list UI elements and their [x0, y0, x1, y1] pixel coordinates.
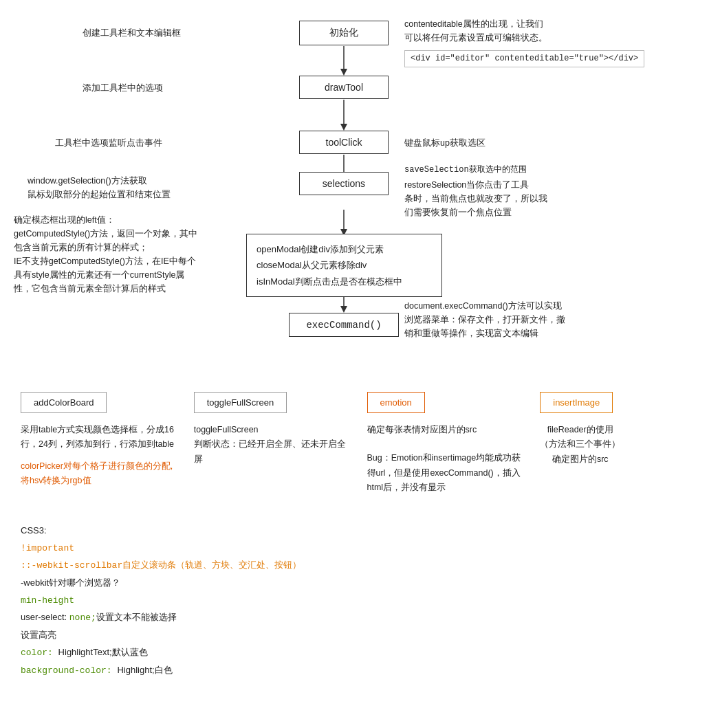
btn-emotion-label: emotion [380, 397, 412, 408]
svg-marker-9 [340, 306, 347, 313]
desc-emotion: 确定每张表情对应图片的src [367, 423, 477, 437]
annot-init-left: 创建工具栏和文本编辑框 [83, 26, 248, 40]
drawtool-label: drawTool [325, 82, 363, 93]
css3-line4: min-height [21, 592, 699, 610]
annot-modal-left: 确定模态框出现的left值： getComputedStyle()方法，返回一个… [14, 213, 241, 296]
sel-left-l2: 鼠标划取部分的起始位置和结束位置 [28, 188, 241, 201]
toolclick-label: toolClick [326, 137, 362, 148]
annot-selections-right: saveSelection获取选中的范围 restoreSelection当你点… [404, 164, 693, 219]
flow-box-init: 初始化 [299, 21, 389, 45]
sel-left-l1: window.getSelection()方法获取 [28, 174, 241, 188]
modal-left-l4: 具有style属性的元素还有一个currentStyle属 [14, 268, 241, 282]
modal-left-title: 确定模态框出现的left值： [14, 213, 241, 227]
flow-box-toolclick: toolClick [299, 131, 389, 154]
svg-marker-3 [340, 124, 347, 131]
css3-line1: !important [21, 540, 699, 558]
btn-insertimage-label: insertImage [553, 397, 600, 408]
modal-line3: isInModal判断点击点是否在模态框中 [257, 274, 432, 289]
svg-marker-1 [340, 69, 347, 76]
css3-line6: 设置高亮 [21, 627, 699, 644]
init-code: <div id="editor" contenteditable="true">… [404, 50, 644, 67]
col-insertimage: insertImage fileReader的使用（方法和三个事件）确定图片的s… [533, 392, 706, 495]
exec-right-l1: document.execCommand()方法可以实现 [404, 299, 693, 313]
exec-right-l2: 浏览器菜单：保存文件，打开新文件，撤 [404, 313, 693, 327]
extra-addcolorboard: colorPicker对每个格子进行颜色的分配,将hsv转换为rgb值 [21, 459, 180, 489]
btn-insertimage[interactable]: insertImage [540, 392, 613, 413]
sel-right-l3: 条时，当前焦点也就改变了，所以我 [404, 192, 693, 206]
page-container: 初始化 drawTool toolClick selections openMo… [14, 14, 706, 679]
col-togglefullscreen: toggleFullScreen toggleFullScreen判断状态：已经… [187, 392, 360, 495]
modal-left-l5: 性，它包含当前元素全部计算后的样式 [14, 282, 241, 296]
modal-left-l1: getComputedStyle()方法，返回一个对象，其中 [14, 227, 241, 241]
modal-left-l3: IE不支持getComputedStyle()方法，在IE中每个 [14, 254, 241, 268]
col-emotion: emotion 确定每张表情对应图片的src Bug：Emotion和inser… [360, 392, 534, 495]
modal-line2: closeModal从父元素移除div [257, 257, 432, 273]
sel-right-l4: 们需要恢复前一个焦点位置 [404, 206, 693, 219]
css3-line5: user-select: none;设置文本不能被选择 [21, 609, 699, 627]
annot-toolclick-left: 工具栏中选项监听点击事件 [55, 136, 248, 150]
desc-togglefullscreen: toggleFullScreen判断状态：已经开启全屏、还未开启全屏 [194, 423, 353, 467]
col-addcolorboard: addColorBoard 采用table方式实现颜色选择框，分成16行，24列… [14, 392, 187, 495]
desc-insertimage: fileReader的使用（方法和三个事件）确定图片的src [540, 423, 620, 467]
annot-toolclick-right: 键盘鼠标up获取选区 [404, 136, 611, 150]
extra-emotion: Bug：Emotion和insertimage均能成功获得url，但是使用exe… [367, 451, 527, 495]
exec-right-l3: 销和重做等操作，实现富文本编辑 [404, 327, 693, 340]
css3-line3: -webkit针对哪个浏览器？ [21, 575, 699, 592]
init-label: 初始化 [329, 27, 358, 38]
css3-line2: ::-webkit-scrollbar自定义滚动条（轨道、方块、交汇处、按钮） [21, 557, 699, 575]
btn-addcolorboard[interactable]: addColorBoard [21, 392, 107, 413]
css3-section: CSS3: !important ::-webkit-scrollbar自定义滚… [14, 522, 706, 679]
css3-title: CSS3: [21, 522, 699, 540]
selections-label: selections [323, 178, 365, 189]
desc-addcolorboard: 采用table方式实现颜色选择框，分成16行，24列，列添加到行，行添加到tab… [21, 423, 180, 452]
css3-line8: background-color: Highlight;白色 [21, 662, 699, 680]
execcommand-label: execCommand() [306, 320, 381, 331]
modal-info-box: openModal创建div添加到父元素 closeModal从父元素移除div… [246, 234, 442, 297]
css3-line7: color: HighlightText;默认蓝色 [21, 644, 699, 662]
flow-box-execcommand: execCommand() [289, 313, 399, 337]
btn-togglefullscreen[interactable]: toggleFullScreen [194, 392, 287, 413]
modal-line1: openModal创建div添加到父元素 [257, 241, 432, 257]
init-right-l1: contenteditable属性的出现，让我们 [404, 17, 700, 31]
init-right-l2: 可以将任何元素设置成可编辑状态。 [404, 31, 700, 45]
sel-right-l2: restoreSelection当你点击了工具 [404, 178, 693, 192]
flow-box-selections: selections [299, 172, 389, 195]
buttons-section: addColorBoard 采用table方式实现颜色选择框，分成16行，24列… [14, 392, 706, 495]
flow-box-drawtool: drawTool [299, 76, 389, 99]
annot-drawtool-left: 添加工具栏中的选项 [83, 81, 248, 95]
annot-selections-left: window.getSelection()方法获取 鼠标划取部分的起始位置和结束… [28, 174, 241, 201]
annot-execcommand-right: document.execCommand()方法可以实现 浏览器菜单：保存文件，… [404, 299, 693, 340]
annot-init-right: contenteditable属性的出现，让我们 可以将任何元素设置成可编辑状态… [404, 17, 700, 67]
flowchart-section: 初始化 drawTool toolClick selections openMo… [14, 14, 706, 371]
btn-addcolorboard-label: addColorBoard [34, 397, 94, 408]
btn-togglefullscreen-label: toggleFullScreen [207, 397, 274, 408]
modal-left-l2: 包含当前元素的所有计算的样式； [14, 241, 241, 254]
btn-emotion[interactable]: emotion [367, 392, 425, 413]
sel-right-l1: saveSelection获取选中的范围 [404, 164, 693, 177]
